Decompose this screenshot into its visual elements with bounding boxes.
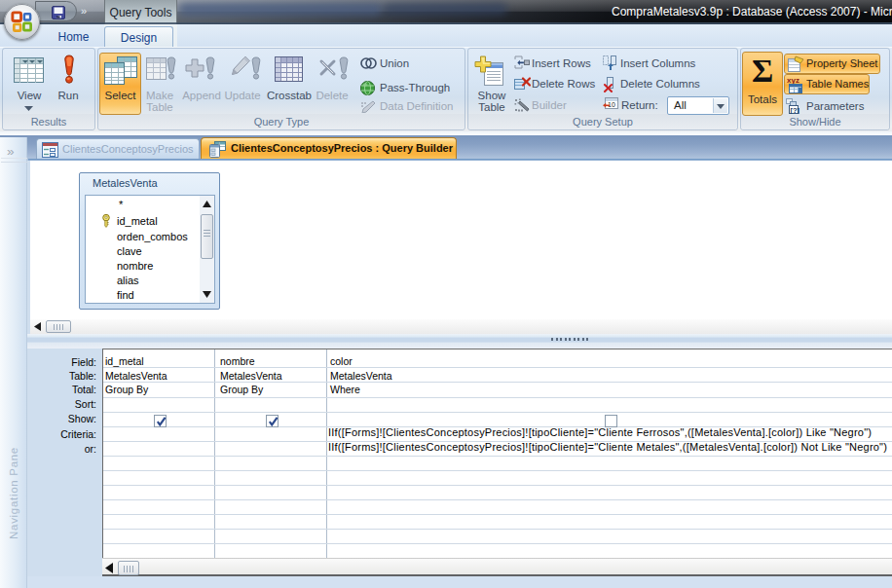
svg-text:xyz: xyz bbox=[787, 76, 799, 85]
svg-text:[?]: [?] bbox=[791, 106, 800, 115]
